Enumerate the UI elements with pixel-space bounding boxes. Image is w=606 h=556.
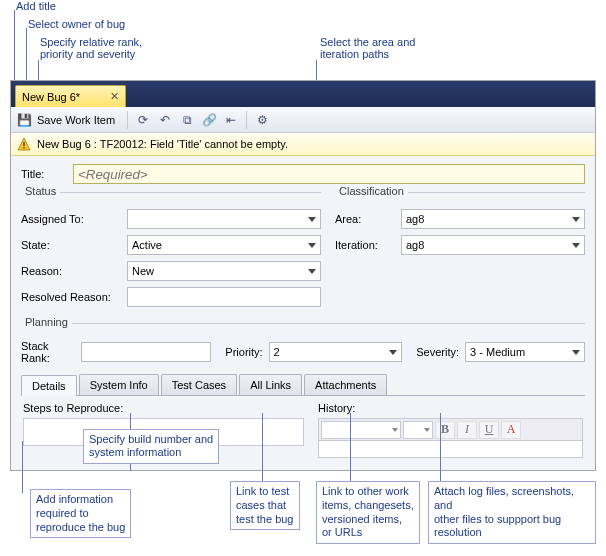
callout-add-title: Add title [16, 0, 56, 12]
stack-rank-input[interactable] [81, 342, 211, 362]
callout-area-iter: Select the area and iteration paths [320, 36, 415, 60]
callout-test-cases: Link to test cases that test the bug [230, 481, 300, 530]
chevron-down-icon [308, 269, 316, 274]
title-input[interactable] [73, 164, 585, 184]
severity-combo[interactable]: 3 - Medium [465, 342, 585, 362]
iteration-label: Iteration: [335, 239, 395, 251]
classification-group: Classification Area: ag8 Iteration: ag8 [335, 192, 585, 313]
tab-test-cases[interactable]: Test Cases [161, 374, 237, 395]
chevron-down-icon [392, 428, 398, 432]
chevron-down-icon [389, 350, 397, 355]
reason-label: Reason: [21, 265, 121, 277]
chevron-down-icon [572, 217, 580, 222]
document-tab[interactable]: New Bug 6* ✕ [15, 85, 126, 107]
status-group: Status Assigned To: State: Active [21, 192, 321, 313]
title-label: Title: [21, 168, 67, 180]
validation-warning-bar: New Bug 6 : TF20012: Field 'Title' canno… [11, 133, 595, 156]
save-button[interactable]: Save Work Item [37, 114, 115, 126]
callout-build-info: Specify build number and system informat… [83, 429, 219, 465]
underline-button[interactable]: U [479, 421, 499, 439]
bold-button[interactable]: B [435, 421, 455, 439]
warning-icon [17, 137, 31, 151]
chevron-down-icon [572, 243, 580, 248]
stack-rank-label: Stack Rank: [21, 340, 75, 364]
tab-system-info[interactable]: System Info [79, 374, 159, 395]
history-rich-toolbar: B I U A [318, 418, 583, 440]
callout-reproduce: Add information required to reproduce th… [30, 489, 131, 538]
iteration-combo[interactable]: ag8 [401, 235, 585, 255]
callout-rank-prio: Specify relative rank, priority and seve… [40, 36, 142, 60]
state-label: State: [21, 239, 121, 251]
toolbar-separator [127, 111, 128, 129]
font-family-combo[interactable] [321, 421, 401, 439]
validation-warning-text: New Bug 6 : TF20012: Field 'Title' canno… [37, 138, 288, 150]
iteration-value: ag8 [406, 239, 424, 251]
planning-group-title: Planning [21, 316, 72, 328]
process-icon[interactable]: ⚙ [253, 111, 271, 129]
toolbar-separator [246, 111, 247, 129]
severity-label: Severity: [416, 346, 459, 358]
classification-group-title: Classification [335, 185, 408, 197]
severity-value: 3 - Medium [470, 346, 525, 358]
undo-icon[interactable]: ↶ [156, 111, 174, 129]
state-value: Active [132, 239, 162, 251]
bottom-callouts: Add information required to reproduce th… [10, 471, 596, 556]
assigned-to-label: Assigned To: [21, 213, 121, 225]
assigned-to-combo[interactable] [127, 209, 321, 229]
priority-value: 2 [274, 346, 280, 358]
detail-tabs: Details System Info Test Cases All Links… [21, 374, 585, 396]
work-item-window: New Bug 6* ✕ 💾 Save Work Item ⟳ ↶ ⧉ 🔗 ⇤ … [10, 80, 596, 471]
toolbar: 💾 Save Work Item ⟳ ↶ ⧉ 🔗 ⇤ ⚙ [11, 107, 595, 133]
tab-details[interactable]: Details [21, 375, 77, 396]
document-tab-title: New Bug 6* [22, 91, 80, 103]
priority-combo[interactable]: 2 [269, 342, 403, 362]
chevron-down-icon [572, 350, 580, 355]
tab-all-links[interactable]: All Links [239, 374, 302, 395]
area-combo[interactable]: ag8 [401, 209, 585, 229]
top-callouts: Add title Select owner of bug Specify re… [0, 0, 606, 80]
svg-rect-1 [23, 142, 24, 146]
reason-value: New [132, 265, 154, 277]
outdent-icon[interactable]: ⇤ [222, 111, 240, 129]
link-icon[interactable]: 🔗 [200, 111, 218, 129]
state-combo[interactable]: Active [127, 235, 321, 255]
area-label: Area: [335, 213, 395, 225]
refresh-icon[interactable]: ⟳ [134, 111, 152, 129]
copy-icon[interactable]: ⧉ [178, 111, 196, 129]
history-label: History: [318, 402, 583, 414]
svg-rect-2 [23, 147, 24, 148]
close-icon[interactable]: ✕ [110, 90, 119, 103]
priority-label: Priority: [225, 346, 262, 358]
resolved-reason-label: Resolved Reason: [21, 291, 121, 303]
callout-other-links: Link to other work items, changesets, ve… [316, 481, 420, 544]
status-group-title: Status [21, 185, 60, 197]
callout-attach: Attach log files, screenshots, and other… [428, 481, 596, 544]
resolved-reason-input[interactable] [127, 287, 321, 307]
tab-attachments[interactable]: Attachments [304, 374, 387, 395]
document-tab-strip: New Bug 6* ✕ [11, 81, 595, 107]
save-icon[interactable]: 💾 [15, 111, 33, 129]
chevron-down-icon [308, 243, 316, 248]
chevron-down-icon [424, 428, 430, 432]
reason-combo[interactable]: New [127, 261, 321, 281]
area-value: ag8 [406, 213, 424, 225]
planning-group: Planning Stack Rank: Priority: 2 Severit… [21, 323, 585, 364]
font-size-combo[interactable] [403, 421, 433, 439]
chevron-down-icon [308, 217, 316, 222]
history-input[interactable] [318, 440, 583, 458]
italic-button[interactable]: I [457, 421, 477, 439]
form-body: Title: Status Assigned To: State: Active [11, 156, 595, 470]
callout-select-owner: Select owner of bug [28, 18, 125, 30]
font-color-button[interactable]: A [501, 421, 521, 439]
